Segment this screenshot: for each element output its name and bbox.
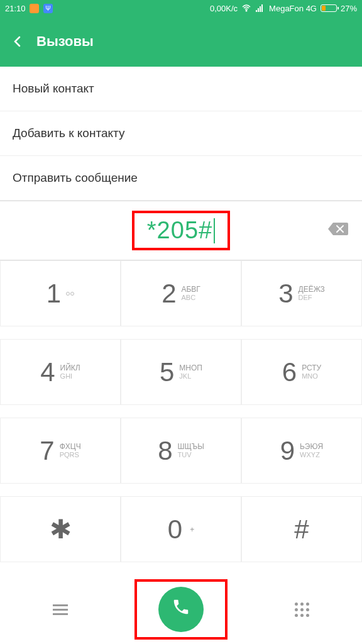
svg-rect-5 (258, 8, 259, 12)
svg-rect-7 (261, 4, 263, 12)
menu-icon (53, 604, 68, 615)
annotation-highlight-call (134, 579, 228, 640)
battery-icon (321, 4, 337, 12)
backspace-icon (328, 221, 348, 240)
phone-icon (172, 597, 190, 621)
voicemail-icon (66, 292, 74, 296)
key-7[interactable]: 7 ФХЦЧ PQRS (0, 418, 121, 484)
svg-text:Ψ: Ψ (45, 5, 50, 12)
keypad-icon (295, 602, 309, 617)
status-carrier: MegaFon 4G (269, 4, 317, 13)
header: Вызовы (0, 16, 362, 67)
number-display: *205# (0, 201, 362, 260)
svg-point-3 (246, 10, 248, 12)
key-8[interactable]: 8 ШЩЪЫ TUV (121, 418, 241, 484)
keypad-toggle-button[interactable] (241, 602, 362, 617)
annotation-highlight-number: *205# (132, 211, 230, 250)
menu-new-contact[interactable]: Новый контакт (0, 67, 362, 111)
app-icon-2: Ψ (43, 3, 53, 13)
key-1[interactable]: 1 (0, 260, 121, 326)
cursor (214, 218, 215, 243)
svg-rect-4 (256, 10, 257, 12)
bottom-bar (0, 575, 362, 644)
key-2[interactable]: 2 АБВГ ABC (121, 260, 241, 326)
key-0[interactable]: 0 + (121, 496, 241, 562)
svg-rect-0 (30, 4, 39, 13)
key-9[interactable]: 9 ЬЭЮЯ WXYZ (241, 418, 362, 484)
call-button[interactable] (158, 587, 204, 632)
signal-icon (255, 3, 265, 13)
backspace-button[interactable] (328, 221, 348, 241)
key-3[interactable]: 3 ДЕЁЖЗ DEF (241, 260, 362, 326)
menu-send-message[interactable]: Отправить сообщение (0, 156, 362, 201)
key-4[interactable]: 4 ИЙКЛ GHI (0, 339, 121, 405)
menu-add-to-contact[interactable]: Добавить к контакту (0, 111, 362, 156)
key-hash[interactable]: # (241, 496, 362, 562)
back-icon[interactable] (11, 35, 24, 48)
key-6[interactable]: 6 РСТУ MNO (241, 339, 362, 405)
menu-list: Новый контакт Добавить к контакту Отправ… (0, 67, 362, 201)
status-battery: 27% (341, 4, 357, 13)
menu-button[interactable] (0, 604, 121, 615)
key-star[interactable]: ✱ (0, 496, 121, 562)
keypad: 1 2 АБВГ ABC 3 ДЕЁЖЗ DEF 4 ИЙКЛ GHI 5 МН… (0, 260, 362, 575)
key-5[interactable]: 5 МНОП JKL (121, 339, 241, 405)
status-time: 21:10 (5, 4, 26, 13)
status-bar: 21:10 Ψ 0,00K/c MegaFon 4G 27% (0, 0, 362, 16)
wifi-icon (241, 3, 251, 13)
svg-rect-6 (260, 6, 261, 12)
page-title: Вызовы (36, 33, 94, 50)
app-icon-1 (30, 3, 40, 13)
dialed-number[interactable]: *205# (147, 217, 212, 244)
status-speed: 0,00K/c (210, 4, 238, 13)
